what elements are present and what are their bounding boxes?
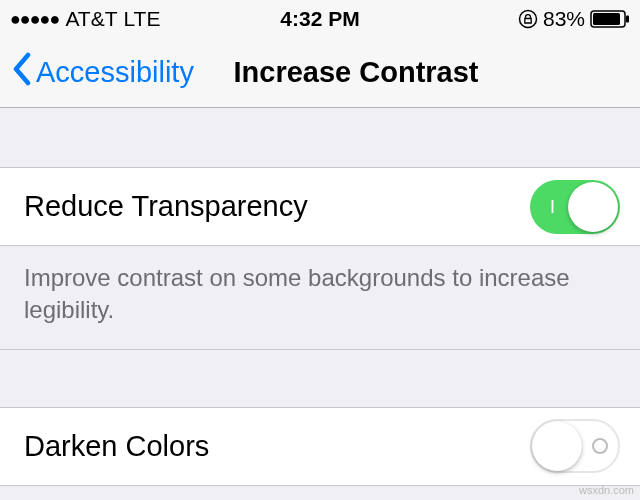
battery-percent-label: 83% <box>543 7 585 31</box>
switch-off-indicator-icon <box>592 438 608 454</box>
clock-label: 4:32 PM <box>280 7 359 31</box>
darken-colors-toggle[interactable] <box>530 419 620 473</box>
content-area: Reduce Transparency I Improve contrast o… <box>0 108 640 486</box>
navigation-bar: Accessibility Increase Contrast <box>0 38 640 108</box>
darken-colors-row: Darken Colors <box>0 408 640 486</box>
orientation-lock-icon <box>518 9 538 29</box>
reduce-transparency-toggle[interactable]: I <box>530 180 620 234</box>
svg-rect-2 <box>593 13 620 25</box>
darken-colors-label: Darken Colors <box>24 430 209 463</box>
carrier-label: AT&T <box>65 7 117 31</box>
reduce-transparency-footer: Improve contrast on some backgrounds to … <box>0 246 640 350</box>
status-left: ●●●●● AT&T LTE <box>10 7 160 31</box>
watermark: wsxdn.com <box>579 484 634 496</box>
switch-knob-icon <box>532 421 582 471</box>
switch-knob-icon <box>568 182 618 232</box>
status-right: 83% <box>518 7 630 31</box>
signal-strength-icon: ●●●●● <box>10 9 59 30</box>
battery-icon <box>590 10 630 28</box>
network-label: LTE <box>124 7 161 31</box>
back-button[interactable]: Accessibility <box>12 52 194 93</box>
section-spacer <box>0 350 640 408</box>
back-label: Accessibility <box>36 56 194 89</box>
reduce-transparency-row: Reduce Transparency I <box>0 168 640 246</box>
reduce-transparency-label: Reduce Transparency <box>24 190 308 223</box>
chevron-left-icon <box>12 52 32 93</box>
page-title: Increase Contrast <box>234 56 479 89</box>
status-bar: ●●●●● AT&T LTE 4:32 PM 83% <box>0 0 640 38</box>
switch-on-indicator-icon: I <box>550 196 555 217</box>
svg-rect-3 <box>626 16 629 23</box>
section-spacer <box>0 108 640 168</box>
